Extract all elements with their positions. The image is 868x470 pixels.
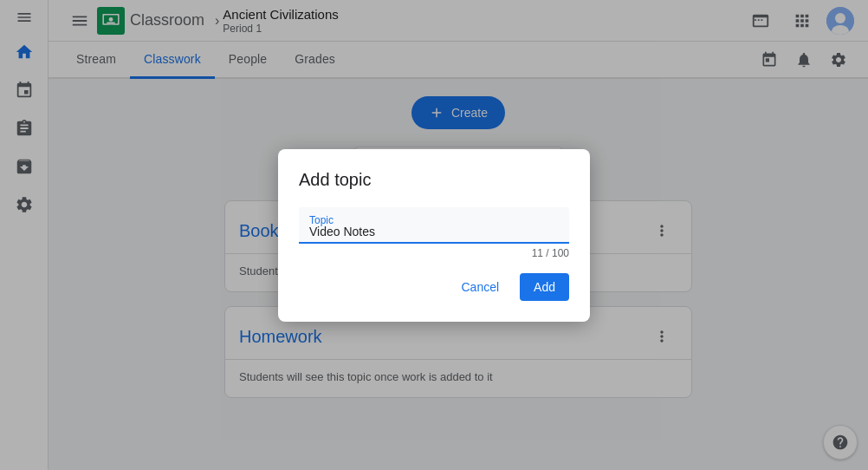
dialog-title: Add topic (299, 170, 569, 190)
topic-input-wrapper: Topic (299, 207, 569, 244)
modal-overlay: Add topic Topic 11 / 100 Cancel Add (0, 0, 868, 470)
topic-input[interactable] (299, 207, 569, 244)
add-button[interactable]: Add (520, 273, 569, 301)
dialog-actions: Cancel Add (299, 273, 569, 301)
add-topic-dialog: Add topic Topic 11 / 100 Cancel Add (278, 149, 590, 322)
char-count: 11 / 100 (299, 247, 569, 259)
cancel-button[interactable]: Cancel (447, 273, 513, 301)
topic-input-label: Topic (309, 214, 334, 226)
